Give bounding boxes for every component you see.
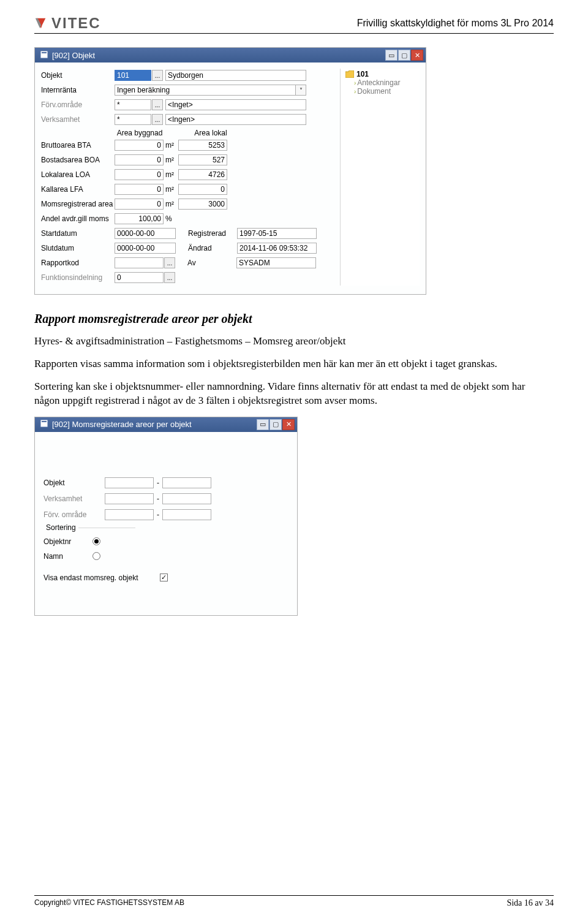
w2-objekt-from[interactable] — [105, 477, 154, 488]
boa-b-input[interactable] — [115, 154, 164, 165]
unit-pct: % — [164, 214, 178, 223]
svg-rect-2 — [40, 420, 48, 427]
page-footer: Copyright© VITEC FASTIGHETSSYSTEM AB Sid… — [34, 895, 554, 908]
logo-icon — [34, 17, 48, 30]
doc-header: VITEC Frivillig skattskyldighet för moms… — [34, 15, 554, 34]
tree-root[interactable]: 101 — [345, 70, 420, 78]
objekt-id-input[interactable] — [115, 70, 151, 81]
lfa-b-input[interactable] — [115, 184, 164, 195]
radio-objektnr[interactable] — [92, 537, 100, 545]
label-lfa: Kallarea LFA — [41, 185, 115, 194]
slutdatum-input[interactable] — [115, 243, 176, 254]
label-objekt: Objekt — [41, 71, 115, 80]
close-button[interactable]: ✕ — [411, 50, 423, 61]
boa-l-input[interactable] — [178, 154, 227, 165]
funk-input[interactable] — [115, 272, 164, 283]
w2-forv-from[interactable] — [105, 509, 154, 520]
av-input — [236, 257, 316, 268]
sortering-title: Sortering — [43, 523, 78, 532]
dash: - — [154, 479, 162, 487]
w2-verks-from[interactable] — [105, 493, 154, 504]
internranta-select[interactable] — [115, 85, 296, 96]
nav-tree: 101 ›Anteckningar ›Dokument — [340, 69, 420, 286]
minimize-button[interactable]: ▭ — [385, 50, 398, 61]
maximize-button[interactable]: ▢ — [270, 419, 282, 430]
unit-m2: m² — [164, 141, 178, 150]
momsarea-b-input[interactable] — [115, 199, 164, 210]
colhead-byggnad: Area byggnad — [115, 129, 165, 137]
minimize-button[interactable]: ▭ — [257, 419, 269, 430]
colhead-lokal: Area lokal — [183, 129, 238, 137]
bta-l-input[interactable] — [178, 140, 227, 151]
label-verks: Verksamhet — [41, 115, 115, 124]
label-forv: Förv.område — [41, 100, 115, 109]
w2-label-forv: Förv. område — [43, 510, 105, 519]
w2-label-verks: Verksamhet — [43, 494, 105, 503]
label-andrad: Ändrad — [188, 244, 237, 252]
loa-l-input[interactable] — [178, 169, 227, 180]
label-internranta: Internränta — [41, 86, 115, 94]
forv-name-input[interactable] — [165, 99, 306, 110]
checkbox-visa-momsreg[interactable]: ✓ — [160, 574, 168, 581]
label-boa: Bostadsarea BOA — [41, 156, 115, 164]
body-p2: Rapporten visas samma information som i … — [34, 357, 549, 371]
objekt-lookup-button[interactable]: ... — [152, 70, 163, 81]
tree-item-dokument[interactable]: ›Dokument — [345, 87, 420, 96]
body-p1: Hyres- & avgiftsadministration – Fastigh… — [34, 335, 549, 349]
titlebar: [902] Objekt ▭ ▢ ✕ — [35, 48, 426, 62]
titlebar-2: [902] Momsregisterade areor per objekt ▭… — [35, 417, 297, 432]
registrerad-input — [237, 228, 317, 239]
w2-objekt-to[interactable] — [162, 477, 211, 488]
forv-lookup-button[interactable]: ... — [152, 99, 163, 110]
w2-label-visa: Visa endast momsreg. objekt — [43, 574, 160, 582]
section-heading: Rapport momsregistrerade areor per objek… — [34, 312, 554, 326]
andrad-input — [237, 243, 317, 254]
maximize-button[interactable]: ▢ — [398, 50, 410, 61]
app-icon — [40, 419, 48, 430]
verks-lookup-button[interactable]: ... — [152, 114, 163, 125]
tree-item-anteckningar[interactable]: ›Anteckningar — [345, 78, 420, 87]
svg-rect-3 — [42, 421, 47, 422]
andel-input[interactable] — [115, 213, 164, 224]
rapportkod-lookup-button[interactable]: ... — [164, 257, 175, 268]
forv-code-input[interactable] — [115, 99, 151, 110]
svg-rect-0 — [40, 51, 48, 58]
logo: VITEC — [34, 15, 101, 32]
sortering-group: Sortering Objektnr Namn — [43, 528, 135, 562]
label-bta: Bruttoarea BTA — [41, 141, 115, 150]
momsarea-l-input[interactable] — [178, 199, 227, 210]
footer-copyright: Copyright© VITEC FASTIGHETSSYSTEM AB — [34, 898, 184, 908]
label-registrerad: Registrerad — [188, 229, 237, 238]
funk-lookup-button[interactable]: ... — [164, 272, 175, 283]
radio-label-objektnr: Objektnr — [43, 537, 92, 546]
objekt-window: [902] Objekt ▭ ▢ ✕ Objekt ... Internränt… — [34, 47, 426, 295]
startdatum-input[interactable] — [115, 228, 176, 239]
label-av: Av — [187, 259, 236, 267]
label-funk: Funktionsindelning — [41, 273, 115, 282]
label-loa: Lokalarea LOA — [41, 170, 115, 179]
label-slutdatum: Slutdatum — [41, 244, 115, 252]
close-button[interactable]: ✕ — [282, 419, 295, 430]
label-startdatum: Startdatum — [41, 229, 115, 238]
momsreg-window: [902] Momsregisterade areor per objekt ▭… — [34, 417, 298, 616]
rapportkod-input[interactable] — [115, 257, 164, 268]
window-title: [902] Objekt — [52, 51, 95, 60]
verks-name-input[interactable] — [165, 114, 306, 125]
objekt-name-input[interactable] — [165, 70, 306, 81]
internranta-dropdown-icon[interactable]: ˅ — [295, 85, 306, 96]
logo-text: VITEC — [51, 15, 101, 32]
w2-verks-to[interactable] — [162, 493, 211, 504]
radio-namn[interactable] — [92, 552, 100, 560]
loa-b-input[interactable] — [115, 169, 164, 180]
folder-icon — [345, 70, 354, 78]
verks-code-input[interactable] — [115, 114, 151, 125]
bta-b-input[interactable] — [115, 140, 164, 151]
window2-title: [902] Momsregisterade areor per objekt — [52, 420, 192, 429]
w2-label-objekt: Objekt — [43, 479, 105, 487]
lfa-l-input[interactable] — [178, 184, 227, 195]
footer-page: Sida 16 av 34 — [507, 898, 554, 908]
svg-rect-1 — [42, 52, 47, 53]
radio-label-namn: Namn — [43, 552, 92, 561]
w2-forv-to[interactable] — [162, 509, 211, 520]
app-icon — [40, 50, 48, 61]
